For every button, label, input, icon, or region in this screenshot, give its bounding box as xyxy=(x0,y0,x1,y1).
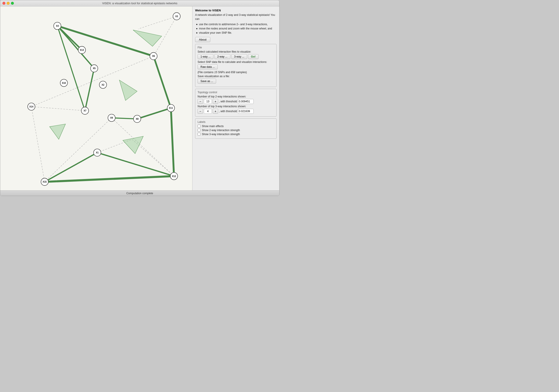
select-files-label: Select calculated interaction files to v… xyxy=(197,50,274,53)
svg-line-14 xyxy=(154,56,171,108)
twoway-value-input[interactable] xyxy=(204,99,212,104)
save-as-button[interactable]: Save as ... xyxy=(197,79,216,84)
svg-text:X2: X2 xyxy=(102,84,104,86)
svg-text:X13: X13 xyxy=(80,49,84,51)
file-buttons-row: 1-way ... 2-way ... 3-way ... Go! xyxy=(197,54,274,59)
save-label: Save visualization as a file: xyxy=(197,75,274,78)
svg-text:X14: X14 xyxy=(29,106,33,108)
about-button[interactable]: About xyxy=(195,37,210,42)
go-button[interactable]: Go! xyxy=(248,54,259,59)
svg-text:X6: X6 xyxy=(152,55,155,57)
show-3way-label: Show 3-way interaction strength xyxy=(202,133,240,136)
triangle-bottomright xyxy=(123,136,143,154)
svg-line-3 xyxy=(31,107,85,111)
svg-line-18 xyxy=(45,176,174,182)
topology-title: Topology control xyxy=(197,91,274,94)
svg-text:X12: X12 xyxy=(172,175,176,178)
right-panel: Welcome to ViSEN A network visualization… xyxy=(192,7,279,190)
save-row: Save as ... xyxy=(197,79,274,84)
window-title: ViSEN: a visualization tool for statisti… xyxy=(102,1,177,5)
svg-line-19 xyxy=(45,152,97,182)
twoway-plus-button[interactable]: + xyxy=(213,99,218,104)
threeway-threshold-label: , with threshold xyxy=(219,110,237,113)
oneway-button[interactable]: 1-way ... xyxy=(197,54,214,59)
welcome-list: use the controls to add/remove 2– and 3-… xyxy=(195,22,277,35)
twoway-threshold-label: , with threshold xyxy=(219,100,237,103)
twoway-button[interactable]: 2-way ... xyxy=(214,54,230,59)
network-graph: X3 X4 X13 X6 X5 X2 xyxy=(0,7,192,190)
svg-text:X1: X1 xyxy=(96,151,99,154)
main-window: ViSEN: a visualization tool for statisti… xyxy=(0,0,280,196)
file-info: (File contains 15 SNPs and 658 samples) xyxy=(197,71,274,74)
show-2way-row: Show 2-way interaction strength xyxy=(197,129,274,132)
canvas-area[interactable]: X3 X4 X13 X6 X5 X2 xyxy=(0,7,192,190)
svg-line-13 xyxy=(85,69,94,111)
twoway-controls: − + , with threshold xyxy=(197,99,274,104)
threeway-controls: − + , with threshold xyxy=(197,109,274,114)
show-3way-row: Show 3-way interaction strength xyxy=(197,133,274,136)
twoway-threshold-input[interactable] xyxy=(238,99,254,104)
svg-text:X8: X8 xyxy=(136,118,139,120)
minimize-button[interactable] xyxy=(7,2,9,5)
svg-line-6 xyxy=(138,16,177,29)
main-content: X3 X4 X13 X6 X5 X2 xyxy=(0,7,279,190)
svg-line-20 xyxy=(97,152,174,176)
raw-data-button[interactable]: Raw data ... xyxy=(197,64,218,69)
svg-text:X15: X15 xyxy=(43,181,47,183)
threeway-button[interactable]: 3-way ... xyxy=(231,54,247,59)
show-main-checkbox[interactable] xyxy=(197,125,200,127)
welcome-section: Welcome to ViSEN A network visualization… xyxy=(195,9,277,42)
svg-line-1 xyxy=(31,56,153,107)
welcome-description: A network visualization of 2-way and 3-w… xyxy=(195,13,277,21)
svg-text:X10: X10 xyxy=(62,82,66,84)
triangle-bottomleft xyxy=(50,124,66,139)
twoway-minus-button[interactable]: − xyxy=(197,99,203,104)
welcome-item-3: visualize your own SNP file. xyxy=(196,31,277,35)
show-2way-checkbox[interactable] xyxy=(197,129,200,132)
svg-line-5 xyxy=(112,118,174,176)
svg-text:X7: X7 xyxy=(84,109,86,112)
labels-title: Labels xyxy=(197,120,274,124)
show-2way-label: Show 2-way interaction strength xyxy=(202,129,240,132)
triangle-topright xyxy=(133,30,162,46)
titlebar: ViSEN: a visualization tool for statisti… xyxy=(0,0,279,7)
file-section: File Select calculated interaction files… xyxy=(195,44,277,87)
svg-line-15 xyxy=(137,108,171,119)
triangle-center xyxy=(120,80,137,101)
svg-line-16 xyxy=(171,108,174,176)
svg-text:X5: X5 xyxy=(93,67,96,70)
svg-text:X11: X11 xyxy=(169,107,173,109)
svg-line-2 xyxy=(31,107,45,182)
snp-label: Select SNP data file to calculate and vi… xyxy=(197,60,274,63)
raw-data-row: Raw data ... xyxy=(197,64,274,69)
twoway-label: Number of top 2-way interactions shown: xyxy=(197,95,274,98)
status-text: Computation complete xyxy=(126,192,153,195)
show-main-label: Show main effects xyxy=(202,125,224,128)
svg-text:X9: X9 xyxy=(110,117,113,119)
threeway-plus-button[interactable]: + xyxy=(213,109,218,114)
svg-text:X3: X3 xyxy=(175,15,178,18)
show-main-row: Show main effects xyxy=(197,125,274,128)
svg-text:X4: X4 xyxy=(56,25,59,27)
welcome-item-1: use the controls to add/remove 2– and 3-… xyxy=(196,22,277,27)
threeway-threshold-input[interactable] xyxy=(238,109,254,114)
show-3way-checkbox[interactable] xyxy=(197,133,200,136)
close-button[interactable] xyxy=(2,2,5,5)
window-controls xyxy=(2,2,14,5)
labels-section: Labels Show main effects Show 2-way inte… xyxy=(195,118,277,139)
threeway-minus-button[interactable]: − xyxy=(197,109,203,114)
maximize-button[interactable] xyxy=(11,2,14,5)
welcome-item-2: move the nodes around and zoom with the … xyxy=(196,27,277,31)
welcome-title: Welcome to ViSEN xyxy=(195,9,277,12)
threeway-value-input[interactable] xyxy=(204,109,212,114)
threeway-label: Number of top 3-way interactions shown: xyxy=(197,105,274,108)
statusbar: Computation complete xyxy=(0,190,279,196)
topology-section: Topology control Number of top 2-way int… xyxy=(195,89,277,117)
file-section-title: File xyxy=(197,46,274,49)
